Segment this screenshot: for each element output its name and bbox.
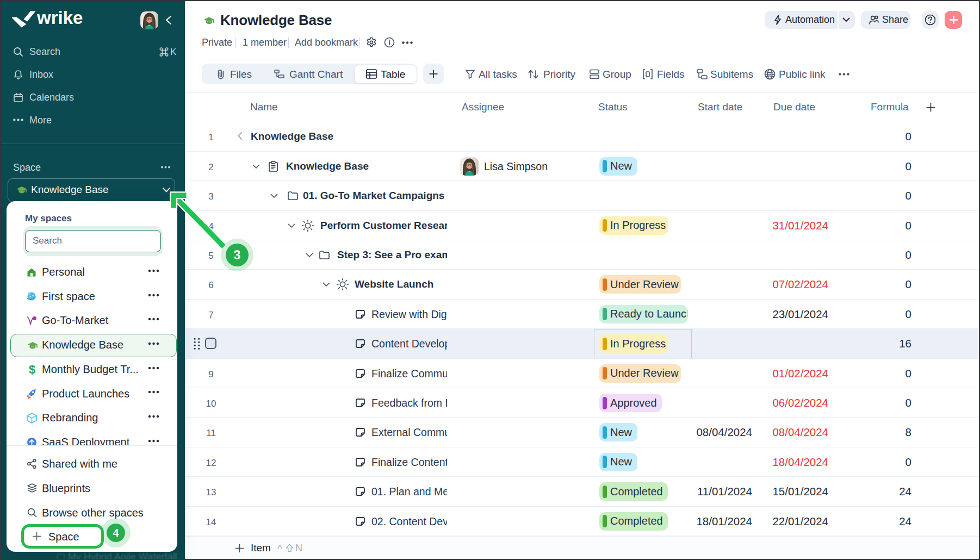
svg-text:3: 3 xyxy=(234,248,241,262)
